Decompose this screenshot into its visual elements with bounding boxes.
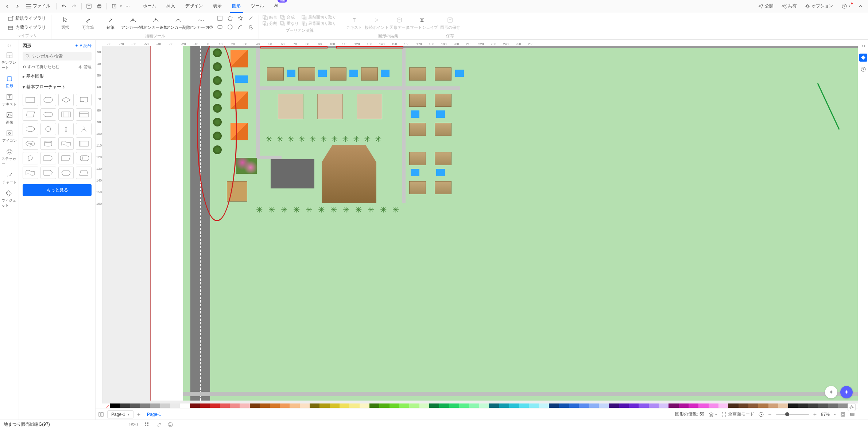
color-swatch[interactable] bbox=[349, 403, 359, 408]
shape-hex[interactable] bbox=[58, 167, 74, 179]
options-button[interactable]: オプション bbox=[803, 1, 836, 11]
tool-select[interactable]: 選択 bbox=[55, 15, 75, 32]
menu-design[interactable]: デザイン bbox=[182, 1, 206, 11]
palm[interactable] bbox=[368, 207, 375, 214]
publish-button[interactable]: 公開 bbox=[756, 1, 776, 11]
flower-bed[interactable] bbox=[236, 158, 257, 174]
share-button[interactable]: 共有 bbox=[779, 1, 799, 11]
save-shape[interactable]: 図形の保存 bbox=[440, 15, 460, 32]
page-tab[interactable]: Page-1 bbox=[144, 410, 164, 418]
color-swatch[interactable] bbox=[559, 403, 569, 408]
palm[interactable] bbox=[287, 136, 295, 143]
undo-button[interactable] bbox=[59, 2, 68, 11]
color-swatch[interactable] bbox=[140, 403, 150, 408]
building-l[interactable] bbox=[317, 94, 343, 119]
house-orange[interactable] bbox=[230, 50, 248, 67]
color-swatch[interactable] bbox=[698, 403, 708, 408]
shape-diamond[interactable] bbox=[58, 94, 74, 106]
house-tan[interactable] bbox=[409, 123, 426, 136]
rail-stickers[interactable]: ステッカー bbox=[1, 146, 18, 169]
rail-icons[interactable]: アイコン bbox=[1, 128, 18, 145]
palm[interactable] bbox=[342, 136, 349, 143]
zoom-out-button[interactable]: − bbox=[768, 411, 771, 418]
diagonal-line[interactable] bbox=[817, 83, 840, 130]
color-swatch[interactable] bbox=[669, 403, 678, 408]
edit-text[interactable]: Tテキスト bbox=[344, 15, 364, 32]
house-orange[interactable] bbox=[230, 123, 248, 140]
color-swatch[interactable] bbox=[170, 403, 180, 408]
zoom-in-button[interactable]: + bbox=[813, 411, 817, 418]
color-swatch[interactable] bbox=[639, 403, 648, 408]
color-swatch[interactable] bbox=[310, 403, 319, 408]
red-frame[interactable] bbox=[260, 46, 328, 48]
palm[interactable] bbox=[355, 207, 363, 214]
color-swatch[interactable] bbox=[379, 403, 389, 408]
right-rail-properties[interactable] bbox=[859, 54, 867, 62]
color-swatch[interactable] bbox=[748, 403, 758, 408]
bool-front-clip[interactable]: 最前面切り取り bbox=[302, 15, 336, 20]
color-swatch[interactable] bbox=[290, 403, 299, 408]
house-tan[interactable] bbox=[409, 181, 426, 194]
symbol-search[interactable] bbox=[23, 52, 92, 61]
prim-arc[interactable] bbox=[236, 23, 245, 31]
fab-ai[interactable] bbox=[840, 386, 853, 398]
color-swatch[interactable] bbox=[270, 403, 280, 408]
color-swatch[interactable] bbox=[679, 403, 689, 408]
bool-back-clip[interactable]: 最背面切り取り bbox=[302, 21, 336, 26]
color-swatch[interactable] bbox=[230, 403, 240, 408]
section-basic-shapes[interactable]: ▸ 基本図形 bbox=[19, 71, 95, 82]
color-swatch[interactable] bbox=[449, 403, 459, 408]
palm[interactable] bbox=[309, 136, 317, 143]
shape-person[interactable] bbox=[58, 123, 74, 135]
path-2[interactable] bbox=[256, 86, 460, 90]
shape-arrow-box[interactable] bbox=[40, 167, 56, 179]
menu-shapes[interactable]: 図形 bbox=[228, 1, 244, 11]
site-plan-map[interactable] bbox=[183, 46, 858, 401]
prim-circle[interactable] bbox=[226, 23, 235, 31]
color-swatch[interactable] bbox=[798, 403, 808, 408]
fullscreen-button[interactable]: 全画面モード bbox=[721, 411, 754, 417]
palm[interactable] bbox=[331, 136, 338, 143]
pool[interactable] bbox=[436, 169, 445, 176]
color-swatch[interactable] bbox=[519, 403, 529, 408]
palm[interactable] bbox=[293, 207, 301, 214]
zoom-slider[interactable] bbox=[776, 414, 809, 415]
house-tan[interactable] bbox=[409, 67, 426, 81]
color-swatch[interactable] bbox=[240, 403, 249, 408]
rail-collapse-button[interactable] bbox=[5, 42, 14, 49]
fit-page-button[interactable] bbox=[840, 412, 845, 417]
shape-parallelogram[interactable] bbox=[23, 108, 38, 121]
new-library-button[interactable]: 新規ライブラリ bbox=[7, 15, 47, 22]
color-swatch[interactable] bbox=[390, 403, 399, 408]
save-button[interactable] bbox=[85, 2, 93, 11]
color-swatch[interactable] bbox=[828, 403, 838, 408]
manage-button[interactable]: 管理 bbox=[78, 64, 92, 70]
color-swatch[interactable] bbox=[788, 403, 798, 408]
tool-anchor-add[interactable]: アンカー追加 bbox=[146, 15, 166, 32]
house-tan[interactable] bbox=[435, 123, 452, 136]
color-swatch[interactable] bbox=[649, 403, 659, 408]
tree[interactable] bbox=[213, 145, 222, 154]
menu-insert[interactable]: 挿入 bbox=[163, 1, 179, 11]
color-swatch[interactable] bbox=[399, 403, 409, 408]
prim-roundrect[interactable] bbox=[216, 23, 224, 31]
color-swatch[interactable] bbox=[838, 403, 848, 408]
layers-button[interactable]: ▾ bbox=[709, 412, 717, 417]
shape-circle[interactable] bbox=[40, 123, 56, 135]
color-swatch[interactable] bbox=[429, 403, 439, 408]
page-surface[interactable] bbox=[150, 46, 858, 401]
settings-float-button[interactable] bbox=[848, 403, 856, 411]
color-swatch[interactable] bbox=[360, 403, 369, 408]
color-swatch[interactable] bbox=[768, 403, 778, 408]
palm[interactable] bbox=[256, 207, 263, 214]
shape-ellipse[interactable] bbox=[23, 123, 38, 135]
palm[interactable] bbox=[320, 136, 328, 143]
house-tan[interactable] bbox=[435, 152, 452, 165]
color-swatch[interactable] bbox=[330, 403, 340, 408]
house-tan[interactable] bbox=[298, 67, 315, 81]
pool[interactable] bbox=[235, 75, 248, 83]
search-input[interactable] bbox=[32, 54, 89, 59]
color-swatch[interactable] bbox=[509, 403, 519, 408]
rail-text[interactable]: Tテキスト bbox=[1, 91, 18, 109]
bool-compose[interactable]: 合成 bbox=[280, 15, 299, 20]
